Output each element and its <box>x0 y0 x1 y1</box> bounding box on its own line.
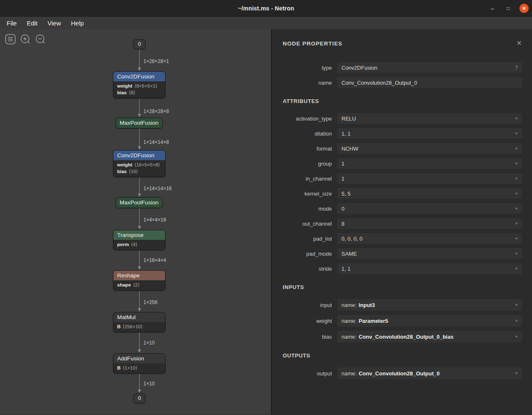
node-params: perm⟨4⟩ <box>113 240 165 250</box>
expand-icon[interactable]: + <box>515 206 518 211</box>
io-prefix: name: <box>341 302 356 308</box>
input-label: weight <box>283 318 332 324</box>
menu-icon <box>5 34 16 46</box>
graph-node-maxpoolfusion-1[interactable]: MaxPoolFusion <box>115 118 163 128</box>
graph-node-reshape[interactable]: Reshape shape⟨2⟩ <box>113 270 166 291</box>
param-name: B <box>117 324 120 329</box>
menu-view[interactable]: View <box>43 17 66 29</box>
graph-node-output[interactable]: 0 <box>133 393 146 403</box>
input-row-weight: weight name:Parameter5 + <box>283 315 522 327</box>
expand-icon[interactable]: + <box>515 161 518 166</box>
zoom-out-button[interactable] <box>35 34 46 45</box>
expand-icon[interactable]: + <box>515 236 518 241</box>
node-title: Reshape <box>113 271 165 280</box>
expand-icon[interactable]: + <box>515 334 518 340</box>
expand-icon[interactable]: + <box>515 318 518 324</box>
param-name: weight <box>117 162 132 167</box>
param-dims: ⟨16⟩ <box>129 169 138 174</box>
attribute-field[interactable]: NCHW + <box>337 143 522 154</box>
property-value: Conv2DFusion <box>341 65 377 71</box>
input-field[interactable]: name:Parameter5 + <box>337 315 522 327</box>
node-params: B⟨1×10⟩ <box>113 363 165 373</box>
menu-file[interactable]: File <box>2 17 22 29</box>
name-field[interactable]: Conv_Convolution28_Output_0 <box>337 77 522 88</box>
minimize-button[interactable]: – <box>488 4 497 13</box>
attribute-field[interactable]: 0 + <box>337 203 522 214</box>
edge-label: 1×256 <box>143 299 158 305</box>
attribute-label: activation_type <box>283 116 332 122</box>
expand-icon[interactable]: + <box>515 266 518 272</box>
param-dims: ⟨1×10⟩ <box>123 365 137 370</box>
attribute-row-out-channel: out_channel 8 + <box>283 218 522 229</box>
attribute-value: 1 <box>341 161 344 167</box>
attribute-row-group: group 1 + <box>283 158 522 169</box>
graph-node-conv2dfusion-1[interactable]: Conv2DFusion weight⟨8×5×5×1⟩ bias⟨8⟩ <box>113 71 166 98</box>
attribute-row-format: format NCHW + <box>283 143 522 154</box>
attribute-field[interactable]: 1, 1 + <box>337 263 522 274</box>
expand-icon[interactable]: + <box>515 191 518 196</box>
attribute-row-pad-mode: pad_mode SAME + <box>283 248 522 259</box>
attribute-field[interactable]: 1, 1 + <box>337 128 522 139</box>
expand-icon[interactable]: + <box>515 131 518 136</box>
expand-icon[interactable]: + <box>515 302 518 308</box>
attribute-field[interactable]: 1 + <box>337 158 522 169</box>
attribute-field[interactable]: 5, 5 + <box>337 188 522 199</box>
input-field[interactable]: name:Input3 + <box>337 299 522 311</box>
attribute-value: 1 <box>341 176 344 182</box>
io-name: Parameter5 <box>359 318 388 324</box>
edge-label: 1×10 <box>143 340 155 346</box>
expand-icon[interactable]: + <box>515 251 518 257</box>
attribute-value: 1, 1 <box>341 266 351 272</box>
expand-icon[interactable]: + <box>515 221 518 226</box>
node-params: weight⟨16×5×5×8⟩ bias⟨16⟩ <box>113 160 165 177</box>
expand-icon[interactable]: + <box>515 176 518 181</box>
help-icon[interactable]: ? <box>515 65 518 70</box>
graph-node-input[interactable]: 0 <box>133 39 146 49</box>
maximize-button[interactable]: □ <box>504 4 513 13</box>
io-name: Conv_Convolution28_Output_0 <box>359 370 439 377</box>
graph-node-conv2dfusion-2[interactable]: Conv2DFusion weight⟨16×5×5×8⟩ bias⟨16⟩ <box>113 150 166 177</box>
graph-node-maxpoolfusion-2[interactable]: MaxPoolFusion <box>115 197 163 208</box>
close-button[interactable]: ✕ <box>519 4 529 13</box>
expand-icon[interactable]: + <box>515 370 518 376</box>
edge-label: 1×16×4×4 <box>143 257 166 263</box>
node-title: Transpose <box>113 230 165 240</box>
attribute-field[interactable]: 0, 0, 0, 0 + <box>337 233 522 244</box>
input-field[interactable]: name:Conv_Convolution28_Output_0_bias + <box>337 331 522 342</box>
param-dims: ⟨2⟩ <box>133 282 139 287</box>
param-dims: ⟨8⟩ <box>129 90 135 95</box>
graph-node-transpose[interactable]: Transpose perm⟨4⟩ <box>113 230 166 250</box>
attribute-field[interactable]: SAME + <box>337 248 522 259</box>
attribute-label: mode <box>283 206 332 212</box>
type-field[interactable]: Conv2DFusion ? <box>337 62 522 73</box>
panel-header: NODE PROPERTIES ✕ <box>283 40 522 47</box>
zoom-in-icon <box>20 34 31 46</box>
close-panel-icon[interactable]: ✕ <box>517 40 522 47</box>
menu-help[interactable]: Help <box>66 17 89 29</box>
attribute-label: group <box>283 161 332 167</box>
expand-icon[interactable]: + <box>515 146 518 151</box>
zoom-in-button[interactable] <box>20 34 31 45</box>
main-content: 1×28×28×1 1×28×28×8 1×14×14×8 1×14×14×16… <box>0 29 532 415</box>
node-title: AddFusion <box>113 354 165 363</box>
input-label: bias <box>283 334 332 340</box>
attribute-value: 1, 1 <box>341 131 351 137</box>
attribute-field[interactable]: RELU + <box>337 113 522 124</box>
menu-button[interactable] <box>5 34 16 45</box>
attribute-value: RELU <box>341 116 356 122</box>
attribute-value: 0 <box>341 206 344 212</box>
attribute-label: format <box>283 146 332 152</box>
node-title: Conv2DFusion <box>113 151 165 160</box>
menubar: File Edit View Help <box>0 17 532 29</box>
attribute-field[interactable]: 1 + <box>337 173 522 184</box>
menu-edit[interactable]: Edit <box>22 17 43 29</box>
expand-icon[interactable]: + <box>515 116 518 121</box>
graph-node-matmul[interactable]: MatMul B⟨256×10⟩ <box>113 312 166 332</box>
output-field[interactable]: name:Conv_Convolution28_Output_0 + <box>337 367 522 379</box>
graph-canvas[interactable]: 1×28×28×1 1×28×28×8 1×14×14×8 1×14×14×16… <box>0 29 271 415</box>
param-name: weight <box>117 83 132 88</box>
titlebar: ~/mnist.ms - Netron – □ ✕ <box>0 0 532 17</box>
attribute-field[interactable]: 8 + <box>337 218 522 229</box>
node-params: weight⟨8×5×5×1⟩ bias⟨8⟩ <box>113 81 165 98</box>
graph-node-addfusion[interactable]: AddFusion B⟨1×10⟩ <box>113 353 166 374</box>
